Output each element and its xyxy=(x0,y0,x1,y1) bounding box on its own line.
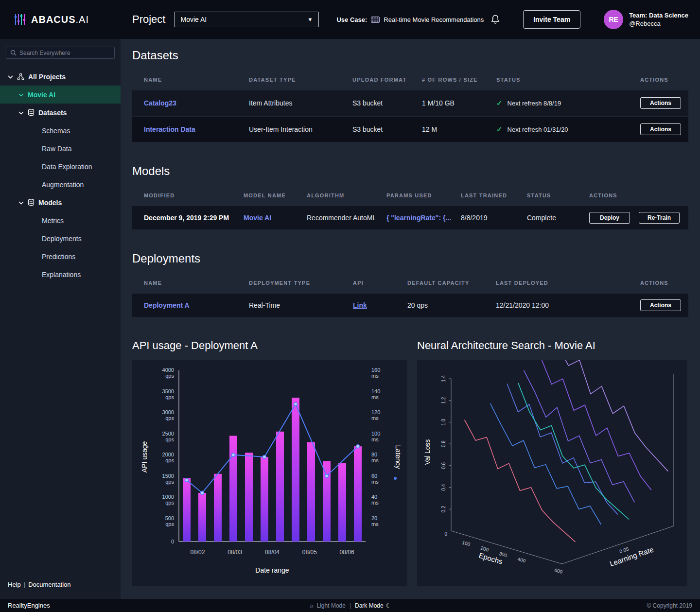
nas-chart-title: Neural Architecture Search - Movie AI xyxy=(417,339,687,352)
last-trained-cell: 8/8/2019 xyxy=(461,214,527,222)
table-row: Catalog23 Item Attributes S3 bucket 1 M/… xyxy=(132,90,688,117)
status-text: Next refresh 8/8/19 xyxy=(508,100,561,107)
logo[interactable]: ABACUS.AI xyxy=(14,13,132,26)
svg-text:Date range: Date range xyxy=(255,566,289,574)
svg-text:1.4: 1.4 xyxy=(441,375,446,382)
svg-text:80ms: 80ms xyxy=(371,452,379,463)
svg-text:600: 600 xyxy=(554,567,563,575)
search-input[interactable] xyxy=(19,50,110,56)
svg-text:1500qps: 1500qps xyxy=(162,473,175,485)
use-case-label: Use Case: xyxy=(336,16,367,23)
invite-team-button[interactable]: Invite Team xyxy=(523,10,580,29)
sidebar-item-movie-ai[interactable]: Movie AI xyxy=(0,86,121,104)
sidebar-item-models[interactable]: Models xyxy=(0,193,121,211)
rows-size-cell: 12 M xyxy=(422,125,496,133)
datasets-section: Datasets NAME DATASET TYPE UPLOAD FORMAT… xyxy=(132,49,688,143)
svg-text:0: 0 xyxy=(171,539,174,544)
sidebar-item-all-projects[interactable]: All Projects xyxy=(0,68,121,86)
svg-text:20ms: 20ms xyxy=(371,515,379,527)
table-row: Interaction Data User-Item Interaction S… xyxy=(132,117,688,143)
api-usage-chart-title: API usage - Deployment A xyxy=(132,339,407,352)
chevron-down-icon: ▼ xyxy=(308,17,313,22)
dataset-name-link[interactable]: Catalog23 xyxy=(144,99,249,107)
sidebar-item-raw-data[interactable]: Raw Data xyxy=(0,140,121,157)
column-header: # OF ROWS / SIZE xyxy=(422,77,496,83)
light-mode-toggle[interactable]: ☼ Light Mode xyxy=(309,602,346,609)
database-icon xyxy=(28,199,35,206)
sidebar-item-metrics[interactable]: Metrics xyxy=(0,211,121,229)
svg-text:Latency: Latency xyxy=(394,445,402,469)
sidebar-item-predictions[interactable]: Predictions xyxy=(0,247,121,265)
sidebar-item-explanations[interactable]: Explanations xyxy=(0,265,121,283)
svg-text:0.8: 0.8 xyxy=(441,440,446,447)
column-header: ACTIONS xyxy=(640,280,688,286)
datasets-title: Datasets xyxy=(132,49,688,62)
model-name-link[interactable]: Movie AI xyxy=(244,214,307,222)
svg-text:160ms: 160ms xyxy=(371,367,380,379)
table-row: Deployment A Real-Time Link 20 qps 12/21… xyxy=(132,294,688,318)
sidebar: All Projects Movie AI Datasets Schemas R… xyxy=(0,39,121,599)
actions-button[interactable]: Actions xyxy=(640,123,681,135)
sidebar-item-augmentation[interactable]: Augmentation xyxy=(0,175,121,193)
deployments-section: Deployments NAME DEPLOYMENT TYPE API DEF… xyxy=(132,252,688,318)
svg-text:140ms: 140ms xyxy=(371,388,380,400)
params-link[interactable]: { "learningRate": {... xyxy=(386,214,457,222)
svg-text:3500qps: 3500qps xyxy=(162,388,175,400)
dark-mode-toggle[interactable]: Dark Mode ☾ xyxy=(355,602,391,609)
sidebar-item-deployments[interactable]: Deployments xyxy=(0,229,121,247)
actions-button[interactable]: Actions xyxy=(640,97,681,109)
nas-chart-panel: 00.20.40.60.81.01.21.41002003004006000.0… xyxy=(417,360,687,586)
brand-text: RealityEngines xyxy=(8,602,50,609)
actions-button[interactable]: Actions xyxy=(640,299,681,311)
svg-text:0.4: 0.4 xyxy=(441,484,446,490)
team-name: Team: Data Science xyxy=(629,11,688,19)
copyright-text: © Copyright 2019 xyxy=(647,602,692,609)
dataset-name-link[interactable]: Interaction Data xyxy=(144,125,249,133)
svg-text:API usage: API usage xyxy=(140,441,148,472)
notification-bell-icon[interactable] xyxy=(490,14,500,25)
api-usage-chart-panel: 4000qps3500qps3000qps2500qps2000qps1500q… xyxy=(132,360,407,586)
sidebar-item-label: Models xyxy=(38,199,62,207)
upload-format-cell: S3 bucket xyxy=(352,125,422,133)
table-row: December 9, 2019 2:29 PM Movie AI Recomm… xyxy=(132,206,688,230)
deployments-table: NAME DEPLOYMENT TYPE API DEFAULT CAPACIT… xyxy=(132,272,688,318)
help-link[interactable]: Help xyxy=(8,581,21,588)
deploy-button[interactable]: Deploy xyxy=(589,212,630,224)
svg-text:08/02: 08/02 xyxy=(190,549,205,556)
nas-chart: 00.20.40.60.81.01.21.41002003004006000.0… xyxy=(417,360,687,584)
column-header: UPLOAD FORMAT xyxy=(352,77,422,83)
dataset-type-cell: Item Attributes xyxy=(249,99,352,107)
deployment-name-link[interactable]: Deployment A xyxy=(144,301,249,309)
column-header: NAME xyxy=(144,280,249,286)
column-header: ALGORITHM xyxy=(307,192,386,198)
retrain-button[interactable]: Re-Train xyxy=(639,212,680,224)
sidebar-item-schemas[interactable]: Schemas xyxy=(0,122,121,140)
column-header: STATUS xyxy=(496,77,640,83)
documentation-link[interactable]: Documentation xyxy=(28,581,70,588)
divider: | xyxy=(24,581,25,588)
deployments-title: Deployments xyxy=(132,252,688,265)
avatar[interactable]: RE xyxy=(604,10,623,29)
last-deployed-cell: 12/21/2020 12:00 xyxy=(496,301,640,309)
column-header: ACTIONS xyxy=(640,77,688,83)
sidebar-item-data-exploration[interactable]: Data Exploration xyxy=(0,157,121,175)
column-header: NAME xyxy=(144,77,249,83)
main-content: Datasets NAME DATASET TYPE UPLOAD FORMAT… xyxy=(121,39,700,599)
svg-text:0.2: 0.2 xyxy=(441,506,446,512)
sidebar-item-datasets[interactable]: Datasets xyxy=(0,104,121,122)
column-header: MODEL NAME xyxy=(244,192,307,198)
models-title: Models xyxy=(132,164,688,178)
svg-text:100ms: 100ms xyxy=(371,431,380,442)
svg-text:Val Loss: Val Loss xyxy=(423,439,431,465)
capacity-cell: 20 qps xyxy=(407,301,496,309)
svg-text:400: 400 xyxy=(517,556,526,563)
deployment-type-cell: Real-Time xyxy=(249,301,353,309)
dark-mode-label: Dark Mode xyxy=(355,602,384,609)
column-header: DATASET TYPE xyxy=(249,77,352,83)
chevron-down-icon xyxy=(18,111,24,115)
api-link[interactable]: Link xyxy=(353,301,407,309)
models-table: MODIFIED MODEL NAME ALGORITHM PARAMS USE… xyxy=(132,185,688,230)
svg-text:08/06: 08/06 xyxy=(340,549,354,556)
project-select[interactable]: Movie AI ▼ xyxy=(174,12,319,27)
api-usage-chart-block: API usage - Deployment A 4000qps3500qps3… xyxy=(132,339,407,586)
